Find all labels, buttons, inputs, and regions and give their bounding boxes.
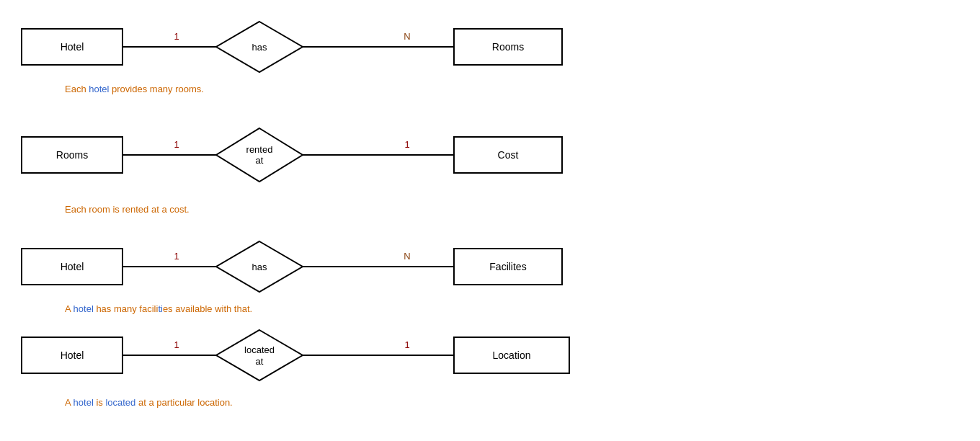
diagram-container: Hotel 1 has N Rooms Rooms 1 rented at 1 … xyxy=(0,0,980,441)
entity2-d2-label: Cost xyxy=(498,149,519,161)
card1b-d2: 1 xyxy=(404,139,409,150)
cardN-d3: N xyxy=(404,251,410,262)
entity1-label: Hotel xyxy=(61,41,84,53)
entity2-d4-label: Location xyxy=(493,349,531,361)
card1-d4: 1 xyxy=(174,339,179,350)
card1b-d4: 1 xyxy=(404,339,409,350)
card1-d2: 1 xyxy=(174,139,179,150)
card1-d1: 1 xyxy=(174,31,179,42)
er-diagram-svg: Hotel 1 has N Rooms Rooms 1 rented at 1 … xyxy=(0,0,980,441)
card1-d3: 1 xyxy=(174,251,179,262)
relation4-label-at: at xyxy=(256,356,264,367)
relation1-label: has xyxy=(252,42,267,53)
desc-d1: Each hotel provides many rooms. xyxy=(65,84,204,94)
entity2-d3-label: Facilites xyxy=(489,261,526,272)
desc-d2: Each room is rented at a cost. xyxy=(65,204,190,215)
svg-marker-17 xyxy=(216,330,303,380)
desc-d3: A hotel has many facilities available wi… xyxy=(65,303,252,314)
cardN-d1: N xyxy=(404,31,410,42)
entity1-d2-label: Rooms xyxy=(56,149,88,161)
relation4-label: located xyxy=(244,344,275,355)
desc-d4: A hotel is located at a particular locat… xyxy=(65,397,233,408)
relation2-label-at: at xyxy=(256,155,264,166)
entity1-d4-label: Hotel xyxy=(61,349,84,361)
relation2-label: rented xyxy=(246,144,273,155)
entity1-d3-label: Hotel xyxy=(61,261,84,272)
entity2-d1-label: Rooms xyxy=(492,41,524,53)
relation3-label: has xyxy=(252,262,267,272)
